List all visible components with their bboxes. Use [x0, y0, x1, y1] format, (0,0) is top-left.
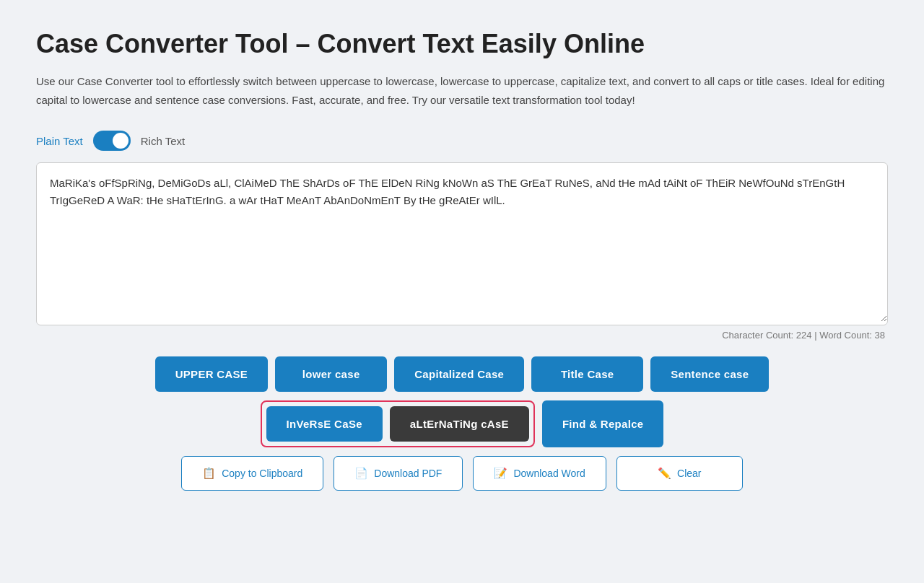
- lower-case-button[interactable]: lower case: [275, 356, 387, 392]
- text-input-container: [36, 162, 888, 325]
- copy-clipboard-button[interactable]: 📋 Copy to Clipboard: [181, 456, 323, 491]
- highlighted-button-group: InVeRsE CaSe aLtErNaTiNg cAsE: [261, 400, 535, 447]
- alternating-case-button[interactable]: aLtErNaTiNg cAsE: [390, 406, 529, 442]
- char-count-value: 224: [796, 330, 812, 341]
- word-icon: 📝: [494, 467, 507, 480]
- download-word-label: Download Word: [513, 468, 585, 479]
- char-count-label: Character Count:: [722, 330, 793, 341]
- clear-icon: ✏️: [658, 467, 671, 480]
- mode-toggle-switch[interactable]: [93, 131, 131, 151]
- download-pdf-label: Download PDF: [374, 468, 442, 479]
- clear-button[interactable]: ✏️ Clear: [616, 456, 743, 491]
- toggle-thumb: [113, 133, 128, 149]
- text-mode-toggle-row: Plain Text Rich Text: [36, 131, 888, 151]
- pdf-icon: 📄: [354, 467, 368, 480]
- find-replace-button[interactable]: Find & Repalce: [542, 400, 664, 447]
- plain-text-label: Plain Text: [36, 135, 83, 147]
- sentence-case-button[interactable]: Sentence case: [650, 356, 769, 392]
- action-buttons-row: 📋 Copy to Clipboard 📄 Download PDF 📝 Dow…: [36, 456, 888, 491]
- case-buttons-row2: InVeRsE CaSe aLtErNaTiNg cAsE Find & Rep…: [36, 400, 888, 447]
- text-input[interactable]: [37, 163, 887, 322]
- page-description: Use our Case Converter tool to effortles…: [36, 72, 888, 109]
- inverse-case-button[interactable]: InVeRsE CaSe: [266, 406, 383, 442]
- download-word-button[interactable]: 📝 Download Word: [473, 456, 606, 491]
- copy-clipboard-label: Copy to Clipboard: [222, 468, 302, 479]
- word-count-value: 38: [875, 330, 885, 341]
- case-buttons-row1: UPPER CASE lower case Capitalized Case T…: [36, 356, 888, 392]
- clear-label: Clear: [677, 468, 701, 479]
- title-case-button[interactable]: Title Case: [531, 356, 643, 392]
- stats-bar: Character Count: 224 | Word Count: 38: [36, 330, 888, 341]
- download-pdf-button[interactable]: 📄 Download PDF: [334, 456, 463, 491]
- word-count-label: Word Count:: [819, 330, 872, 341]
- rich-text-label: Rich Text: [141, 135, 185, 147]
- copy-icon: 📋: [202, 467, 216, 480]
- page-title: Case Converter Tool – Convert Text Easil…: [36, 29, 888, 59]
- upper-case-button[interactable]: UPPER CASE: [155, 356, 269, 392]
- capitalized-case-button[interactable]: Capitalized Case: [394, 356, 524, 392]
